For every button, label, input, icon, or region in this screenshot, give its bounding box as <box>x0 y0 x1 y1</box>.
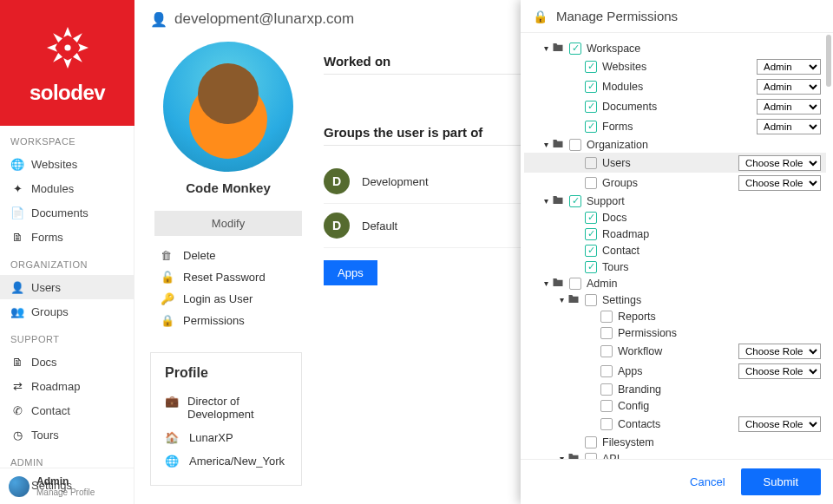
action-login-as-user[interactable]: 🔑Login as User <box>157 288 299 310</box>
cancel-button[interactable]: Cancel <box>690 475 725 488</box>
nav-item-groups[interactable]: 👥Groups <box>0 299 134 324</box>
tree-label: Filesystem <box>602 436 821 448</box>
nav-item-contact[interactable]: ✆Contact <box>0 398 134 422</box>
modify-button[interactable]: Modify <box>154 211 302 236</box>
tree-row-api[interactable]: ▾API <box>524 450 826 459</box>
checkbox[interactable] <box>585 157 597 169</box>
caret-icon[interactable]: ▾ <box>541 196 550 206</box>
checkbox[interactable] <box>600 345 613 357</box>
nav-item-docs[interactable]: 🗎Docs <box>0 350 134 374</box>
groups-icon: 👥 <box>10 304 24 318</box>
checkbox[interactable] <box>600 383 613 396</box>
checkbox[interactable] <box>585 436 597 448</box>
checkbox[interactable]: ✓ <box>569 195 581 207</box>
tree-row-contacts[interactable]: ContactsChoose Role <box>524 414 826 434</box>
group-badge: D <box>324 168 350 194</box>
checkbox[interactable]: ✓ <box>569 43 581 55</box>
role-select[interactable]: Choose Role <box>738 416 821 432</box>
submit-button[interactable]: Submit <box>741 468 821 495</box>
checkbox[interactable]: ✓ <box>585 61 597 73</box>
checkbox[interactable]: ✓ <box>585 212 597 224</box>
footer-user-sub: Manage Profile <box>36 488 95 497</box>
action-delete[interactable]: 🗑Delete <box>157 245 299 266</box>
checkbox[interactable] <box>600 418 613 430</box>
tree-row-apps[interactable]: AppsChoose Role <box>524 361 826 381</box>
tree-row-users[interactable]: UsersChoose Role <box>524 153 826 173</box>
footer-user[interactable]: Admin Manage Profile <box>0 468 134 504</box>
tree-row-docs[interactable]: ✓Docs <box>524 209 826 226</box>
apps-button[interactable]: Apps <box>324 260 377 285</box>
caret-icon[interactable]: ▾ <box>541 278 550 288</box>
nav-item-roadmap[interactable]: ⇄Roadmap <box>0 374 134 398</box>
checkbox[interactable]: ✓ <box>585 245 597 257</box>
websites-icon: 🌐 <box>10 157 24 171</box>
nav-item-tours[interactable]: ◷Tours <box>0 422 134 447</box>
caret-icon[interactable]: ▾ <box>541 140 550 149</box>
nav-item-forms[interactable]: 🗎Forms <box>0 225 134 249</box>
checkbox[interactable] <box>569 278 581 290</box>
role-select[interactable]: Admin <box>757 79 821 95</box>
checkbox[interactable] <box>600 365 613 377</box>
tree-row-support[interactable]: ▾✓Support <box>524 193 826 209</box>
scrollbar[interactable] <box>826 35 831 87</box>
checkbox[interactable] <box>569 139 581 151</box>
checkbox[interactable]: ✓ <box>585 261 597 273</box>
tree-row-branding[interactable]: Branding <box>524 381 826 397</box>
user-icon: 👤 <box>150 11 167 28</box>
role-select[interactable]: Choose Role <box>738 363 821 379</box>
caret-icon[interactable]: ▾ <box>541 43 550 53</box>
folder-icon <box>567 294 581 306</box>
nav-item-documents[interactable]: 📄Documents <box>0 200 134 225</box>
checkbox[interactable] <box>600 327 613 339</box>
user-column: Code Monkey Modify 🗑Delete🔓Reset Passwor… <box>150 35 306 486</box>
checkbox[interactable] <box>600 400 613 412</box>
tree-row-roadmap[interactable]: ✓Roadmap <box>524 226 826 242</box>
caret-icon[interactable]: ▾ <box>557 295 566 304</box>
permissions-tree[interactable]: ▾✓Workspace✓WebsitesAdmin✓ModulesAdmin✓D… <box>521 33 833 459</box>
checkbox[interactable]: ✓ <box>585 101 597 113</box>
tree-row-reports[interactable]: Reports <box>524 308 826 324</box>
checkbox[interactable]: ✓ <box>585 228 597 240</box>
role-select[interactable]: Admin <box>757 99 821 115</box>
tree-row-admin[interactable]: ▾Admin <box>524 275 826 291</box>
nav-item-modules[interactable]: ✦Modules <box>0 176 134 200</box>
tree-row-filesystem[interactable]: Filesystem <box>524 434 826 450</box>
tree-label: Tours <box>602 261 821 273</box>
checkbox[interactable]: ✓ <box>585 121 597 133</box>
role-select[interactable]: Admin <box>757 59 821 75</box>
checkbox[interactable] <box>585 177 597 189</box>
nav-item-users[interactable]: 👤Users <box>0 275 134 299</box>
tree-label: Users <box>602 157 738 169</box>
tree-row-organization[interactable]: ▾Organization <box>524 136 826 153</box>
tree-row-config[interactable]: Config <box>524 397 826 414</box>
tree-row-workspace[interactable]: ▾✓Workspace <box>524 40 826 56</box>
tree-row-tours[interactable]: ✓Tours <box>524 259 826 275</box>
tree-row-groups[interactable]: GroupsChoose Role <box>524 173 826 193</box>
role-select[interactable]: Admin <box>757 119 821 134</box>
tree-row-workflow[interactable]: WorkflowChoose Role <box>524 341 826 361</box>
tree-row-forms[interactable]: ✓FormsAdmin <box>524 116 826 136</box>
nav-item-websites[interactable]: 🌐Websites <box>0 152 134 176</box>
checkbox[interactable] <box>585 453 597 460</box>
tree-label: Permissions <box>618 327 821 339</box>
tree-label: Modules <box>602 81 757 93</box>
tree-row-modules[interactable]: ✓ModulesAdmin <box>524 76 826 96</box>
tree-row-contact[interactable]: ✓Contact <box>524 242 826 259</box>
action-permissions[interactable]: 🔒Permissions <box>157 310 299 331</box>
checkbox[interactable] <box>600 311 613 323</box>
tree-row-documents[interactable]: ✓DocumentsAdmin <box>524 96 826 116</box>
tree-row-permissions[interactable]: Permissions <box>524 324 826 341</box>
tree-row-settings[interactable]: ▾Settings <box>524 291 826 308</box>
checkbox[interactable]: ✓ <box>585 81 597 93</box>
role-select[interactable]: Choose Role <box>738 155 821 171</box>
tree-row-websites[interactable]: ✓WebsitesAdmin <box>524 56 826 76</box>
tree-label: API <box>602 453 821 460</box>
role-select[interactable]: Choose Role <box>738 175 821 191</box>
brand-text: solodev <box>30 81 105 105</box>
panel-footer: Cancel Submit <box>521 459 833 504</box>
folder-icon <box>552 195 566 207</box>
checkbox[interactable] <box>585 294 597 306</box>
tree-label: Admin <box>587 278 821 290</box>
role-select[interactable]: Choose Role <box>738 344 821 359</box>
action-reset-password[interactable]: 🔓Reset Password <box>157 266 299 288</box>
